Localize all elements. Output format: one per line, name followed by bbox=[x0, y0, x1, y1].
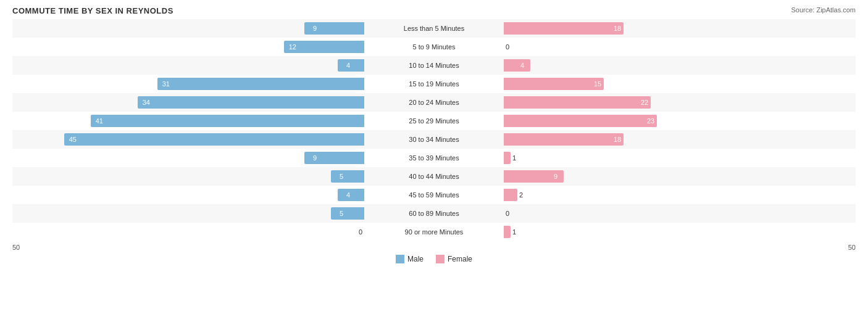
male-cell: 9 bbox=[12, 149, 364, 167]
male-cell: 5 bbox=[12, 204, 364, 223]
female-bar bbox=[504, 189, 517, 201]
female-bar bbox=[504, 115, 657, 127]
male-cell: 34 bbox=[12, 93, 364, 112]
female-value: 9 bbox=[554, 173, 557, 180]
female-cell: 22 bbox=[504, 93, 856, 112]
row-label: 10 to 14 Minutes bbox=[364, 62, 504, 69]
axis-left-label: 50 bbox=[12, 244, 20, 251]
male-cell: 45 bbox=[12, 130, 364, 149]
table-row: 3115 to 19 Minutes15 bbox=[12, 75, 856, 93]
row-label: 5 to 9 Minutes bbox=[364, 43, 504, 51]
female-value: 22 bbox=[641, 99, 648, 106]
female-value: 4 bbox=[520, 62, 524, 69]
male-value: 45 bbox=[69, 136, 77, 143]
chart-rows: 9Less than 5 Minutes18125 to 9 Minutes04… bbox=[12, 19, 856, 241]
table-row: 445 to 59 Minutes2 bbox=[12, 186, 856, 204]
table-row: 9Less than 5 Minutes18 bbox=[12, 19, 856, 38]
female-cell: 15 bbox=[504, 75, 856, 93]
male-value: 5 bbox=[340, 173, 343, 180]
female-cell: 1 bbox=[504, 223, 856, 241]
row-label: 20 to 24 Minutes bbox=[364, 99, 504, 106]
female-cell: 9 bbox=[504, 167, 856, 186]
male-value: 34 bbox=[143, 99, 150, 106]
legend-male: Male bbox=[396, 255, 424, 263]
female-cell: 23 bbox=[504, 112, 856, 130]
row-label: 90 or more Minutes bbox=[364, 228, 504, 236]
row-label: 15 to 19 Minutes bbox=[364, 80, 504, 88]
female-bar bbox=[504, 96, 651, 109]
female-value: 2 bbox=[519, 191, 523, 199]
male-value: 4 bbox=[346, 62, 350, 69]
table-row: 935 to 39 Minutes1 bbox=[12, 149, 856, 167]
axis-right-label: 50 bbox=[848, 244, 856, 251]
male-cell: 9 bbox=[12, 19, 364, 38]
male-bar bbox=[331, 207, 364, 220]
female-bar bbox=[504, 59, 530, 72]
female-value: 1 bbox=[512, 228, 516, 236]
female-cell: 4 bbox=[504, 56, 856, 75]
female-bar bbox=[504, 152, 511, 164]
legend: Male Female bbox=[12, 255, 856, 263]
male-cell: 0 bbox=[12, 223, 364, 241]
source-label: Source: ZipAtlas.com bbox=[791, 6, 856, 14]
male-bar bbox=[138, 96, 364, 109]
male-value: 31 bbox=[162, 80, 170, 88]
legend-female: Female bbox=[436, 255, 472, 263]
table-row: 3420 to 24 Minutes22 bbox=[12, 93, 856, 112]
row-label: 35 to 39 Minutes bbox=[364, 154, 504, 162]
male-cell: 5 bbox=[12, 167, 364, 186]
row-label: 45 to 59 Minutes bbox=[364, 191, 504, 199]
male-cell: 31 bbox=[12, 75, 364, 93]
male-value: 4 bbox=[346, 191, 350, 199]
male-value: 9 bbox=[313, 25, 317, 32]
female-cell: 2 bbox=[504, 186, 856, 204]
male-value: 5 bbox=[340, 210, 343, 217]
row-label: 30 to 34 Minutes bbox=[364, 136, 504, 143]
female-value: 18 bbox=[614, 136, 621, 143]
table-row: 540 to 44 Minutes9 bbox=[12, 167, 856, 186]
legend-male-label: Male bbox=[407, 255, 424, 263]
male-value: 0 bbox=[359, 228, 362, 236]
female-cell: 0 bbox=[504, 38, 856, 56]
chart-container: COMMUTE TIME BY SEX IN REYNOLDS Source: … bbox=[0, 0, 868, 322]
female-value: 18 bbox=[614, 25, 621, 32]
male-bar bbox=[338, 59, 364, 72]
legend-female-label: Female bbox=[448, 255, 472, 263]
male-cell: 4 bbox=[12, 186, 364, 204]
row-label: 40 to 44 Minutes bbox=[364, 173, 504, 180]
female-cell: 0 bbox=[504, 204, 856, 223]
female-cell: 18 bbox=[504, 130, 856, 149]
female-bar bbox=[504, 226, 511, 238]
chart-title: COMMUTE TIME BY SEX IN REYNOLDS bbox=[12, 6, 856, 15]
row-label: 60 to 89 Minutes bbox=[364, 210, 504, 217]
legend-female-box bbox=[436, 255, 444, 263]
male-value: 9 bbox=[313, 154, 317, 162]
male-bar bbox=[64, 133, 364, 146]
female-value: 15 bbox=[594, 80, 601, 88]
table-row: 560 to 89 Minutes0 bbox=[12, 204, 856, 223]
female-value: 0 bbox=[506, 210, 509, 217]
table-row: 090 or more Minutes1 bbox=[12, 223, 856, 241]
male-cell: 12 bbox=[12, 38, 364, 56]
legend-male-box bbox=[396, 255, 404, 263]
female-value: 1 bbox=[512, 154, 516, 162]
row-label: Less than 5 Minutes bbox=[364, 25, 504, 32]
female-cell: 18 bbox=[504, 19, 856, 38]
male-bar bbox=[331, 170, 364, 183]
female-value: 23 bbox=[647, 117, 654, 125]
female-value: 0 bbox=[506, 43, 509, 51]
female-bar bbox=[504, 22, 624, 35]
table-row: 125 to 9 Minutes0 bbox=[12, 38, 856, 56]
table-row: 4125 to 29 Minutes23 bbox=[12, 112, 856, 130]
axis-bottom: 50 50 bbox=[12, 241, 856, 254]
male-cell: 4 bbox=[12, 56, 364, 75]
male-bar bbox=[338, 189, 364, 201]
male-value: 12 bbox=[289, 43, 296, 51]
female-bar bbox=[504, 133, 624, 146]
male-bar bbox=[157, 78, 364, 90]
female-bar bbox=[504, 78, 604, 90]
female-cell: 1 bbox=[504, 149, 856, 167]
male-value: 41 bbox=[96, 117, 103, 125]
table-row: 410 to 14 Minutes4 bbox=[12, 56, 856, 75]
table-row: 4530 to 34 Minutes18 bbox=[12, 130, 856, 149]
